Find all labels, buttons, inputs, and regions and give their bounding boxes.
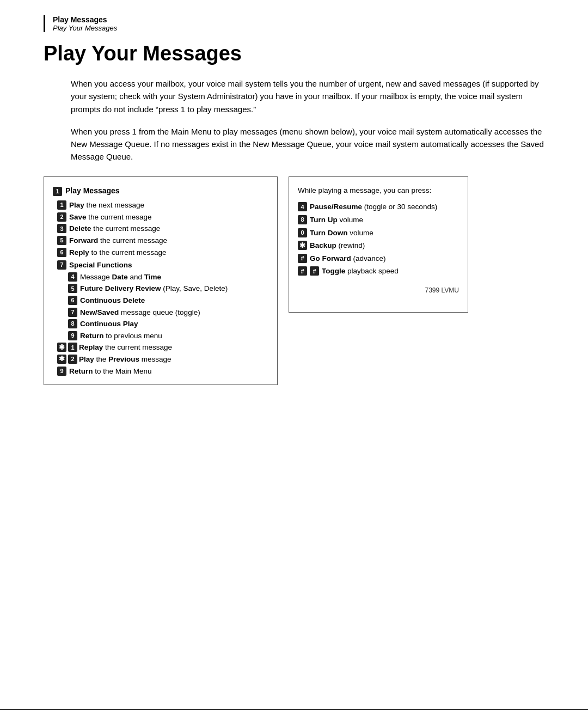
key-8-sub: 8 xyxy=(68,319,77,328)
item-text-prev: Play the Previous message xyxy=(79,353,171,365)
menu-item-play: 1 Play the next message xyxy=(57,199,268,211)
key-1: 1 xyxy=(57,200,66,210)
key-0-info: 0 xyxy=(298,228,307,237)
menu-item-reply: 6 Reply to the current message xyxy=(57,247,268,259)
item-text-play: Play the next message xyxy=(69,199,144,211)
key-badge-section: 1 xyxy=(53,187,62,196)
info-box: While playing a message, you can press: … xyxy=(289,176,468,313)
key-hash2-info: # xyxy=(298,266,307,276)
key-2: 2 xyxy=(57,212,66,222)
info-item-pause: 4 Pause/Resume (toggle or 30 seconds) xyxy=(298,201,459,213)
menu-item-special: 7 Special Functions xyxy=(57,259,268,271)
key-5: 5 xyxy=(57,236,66,245)
info-text-pause: Pause/Resume (toggle or 30 seconds) xyxy=(310,201,437,213)
breadcrumb: Play Messages Play Your Messages xyxy=(44,15,588,32)
item-text-return-prev: Return to previous menu xyxy=(80,330,162,342)
info-text-backup: Backup (rewind) xyxy=(310,240,365,252)
key-star2: ✱ xyxy=(57,355,66,364)
page-container: Play Messages Play Your Messages Play Yo… xyxy=(0,15,588,714)
key-hash-info: # xyxy=(298,254,307,263)
paragraph-1: When you access your mailbox, your voice… xyxy=(71,77,544,115)
menu-item-star1: ✱ 1 Replay the current message xyxy=(57,341,268,353)
key-9-main: 9 xyxy=(57,367,66,376)
info-text-turndown: Turn Down volume xyxy=(310,227,373,239)
key-7-sub: 7 xyxy=(68,308,77,317)
menu-item-return-main: 9 Return to the Main Menu xyxy=(57,365,268,377)
info-item-goforward: # Go Forward (advance) xyxy=(298,253,459,265)
info-text-goforward: Go Forward (advance) xyxy=(310,253,386,265)
key-4-info: 4 xyxy=(298,202,307,211)
info-item-backup: ✱ Backup (rewind) xyxy=(298,240,459,252)
menu-section-label: Play Messages xyxy=(65,185,120,198)
item-text-delete: Delete the current message xyxy=(69,223,160,235)
model-number: 7399 LVMU xyxy=(298,285,459,296)
info-item-turnup: 8 Turn Up volume xyxy=(298,214,459,226)
menu-item-save: 2 Save the current mesage xyxy=(57,211,268,223)
item-text-replay: Replay the current message xyxy=(79,341,172,353)
menu-item-forward: 5 Forward the current message xyxy=(57,235,268,247)
item-text-special: Special Functions xyxy=(69,259,132,271)
menu-subitem-cont-play: 8 Continuous Play xyxy=(68,318,268,330)
key-2-star: 2 xyxy=(68,355,77,364)
paragraph-2: When you press 1 from the Main Menu to p… xyxy=(71,125,544,163)
info-item-turndown: 0 Turn Down volume xyxy=(298,227,459,239)
item-text-future: Future Delivery Review (Play, Save, Dele… xyxy=(80,283,228,295)
key-9-sub: 9 xyxy=(68,331,77,340)
menu-item-star2: ✱ 2 Play the Previous message xyxy=(57,353,268,365)
item-text-save: Save the current mesage xyxy=(69,211,152,223)
menu-subitem-future: 5 Future Delivery Review (Play, Save, De… xyxy=(68,283,268,295)
menu-item-delete: 3 Delete the current message xyxy=(57,223,268,235)
item-text-forward: Forward the current message xyxy=(69,235,167,247)
item-text-cont-play: Continuous Play xyxy=(80,318,138,330)
key-5-sub: 5 xyxy=(68,284,77,293)
breadcrumb-bold: Play Messages xyxy=(53,15,588,24)
key-7-special: 7 xyxy=(57,260,66,270)
key-8-info: 8 xyxy=(298,215,307,224)
menu-subitem-return-prev: 9 Return to previous menu xyxy=(68,330,268,342)
page-title: Play Your Messages xyxy=(44,42,544,65)
info-text-turnup: Turn Up volume xyxy=(310,214,363,226)
key-4-sub: 4 xyxy=(68,272,77,282)
item-text-reply: Reply to the current message xyxy=(69,247,167,259)
menu-box: 1 Play Messages 1 Play the next message … xyxy=(44,176,278,386)
item-text-return-main: Return to the Main Menu xyxy=(69,365,152,377)
info-item-toggle: # # Toggle playback speed xyxy=(298,265,459,277)
item-text-date: Message Date and Time xyxy=(80,271,161,283)
item-text-newsaved: New/Saved message queue (toggle) xyxy=(80,307,200,319)
content-boxes: 1 Play Messages 1 Play the next message … xyxy=(44,176,544,386)
footer: 24 Strata LVMU/GVMU Voice Processing Sys… xyxy=(0,709,588,714)
key-hash3-info: # xyxy=(310,266,319,276)
menu-subitem-date: 4 Message Date and Time xyxy=(68,271,268,283)
key-3: 3 xyxy=(57,224,66,233)
menu-subitem-cont-delete: 6 Continuous Delete xyxy=(68,295,268,307)
key-star-info: ✱ xyxy=(298,241,307,250)
key-6-sub: 6 xyxy=(68,296,77,305)
key-6: 6 xyxy=(57,248,66,257)
key-star: ✱ xyxy=(57,343,66,352)
key-1-star: 1 xyxy=(68,343,77,352)
item-text-cont-delete: Continuous Delete xyxy=(80,295,145,307)
info-intro: While playing a message, you can press: xyxy=(298,185,459,197)
menu-subitem-newsaved: 7 New/Saved message queue (toggle) xyxy=(68,307,268,319)
menu-section-header: 1 Play Messages xyxy=(53,185,268,198)
breadcrumb-italic: Play Your Messages xyxy=(53,24,588,32)
info-text-toggle: Toggle playback speed xyxy=(322,265,399,277)
